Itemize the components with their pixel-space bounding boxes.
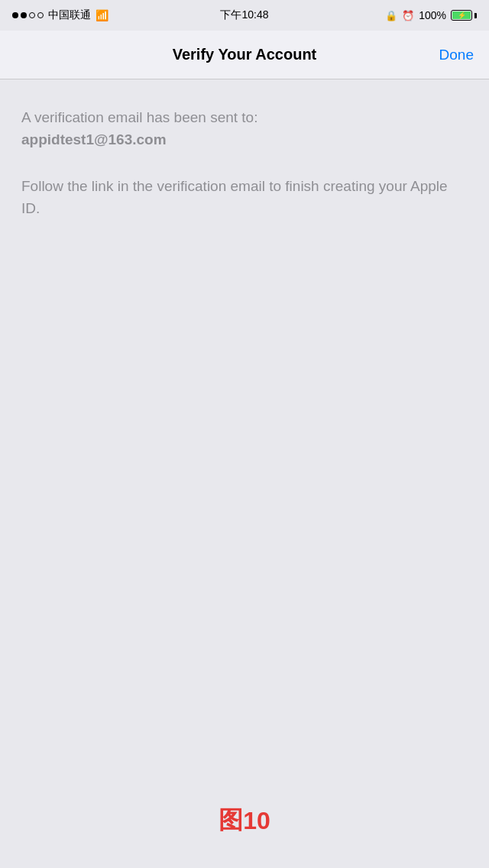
nav-title: Verify Your Account [173, 46, 317, 63]
carrier-label: 中国联通 [48, 8, 91, 22]
signal-dots [12, 12, 44, 18]
verification-email-address: appidtest1@163.com [21, 129, 468, 151]
wifi-icon: 📶 [96, 9, 108, 21]
battery-percent-label: 100% [419, 9, 446, 21]
alarm-icon: ⏰ [402, 10, 414, 21]
verification-instruction-text: Follow the link in the verification emai… [21, 175, 468, 220]
signal-dot-4 [37, 12, 44, 18]
watermark: 图 10 [219, 804, 270, 837]
watermark-number: 10 [243, 807, 270, 835]
verification-sent-text: A verification email has been sent to: [21, 107, 468, 129]
signal-dot-2 [21, 12, 27, 18]
status-bar: 中国联通 📶 下午10:48 🔒 ⏰ 100% ⚡ [0, 0, 489, 31]
nav-bar: Verify Your Account Done [0, 31, 489, 79]
battery-body: ⚡ [451, 10, 472, 21]
done-button[interactable]: Done [439, 47, 474, 63]
verification-sent-block: A verification email has been sent to: a… [21, 107, 468, 151]
battery-bolt-icon: ⚡ [458, 11, 466, 19]
signal-dot-3 [29, 12, 35, 18]
status-bar-left: 中国联通 📶 [12, 8, 108, 22]
signal-dot-1 [12, 12, 18, 18]
lock-icon: 🔒 [385, 10, 397, 21]
status-bar-right: 🔒 ⏰ 100% ⚡ [385, 9, 477, 21]
battery-tip [474, 13, 477, 18]
battery-container: ⚡ [451, 10, 477, 21]
content-area: A verification email has been sent to: a… [0, 79, 489, 220]
status-bar-time: 下午10:48 [220, 8, 268, 22]
watermark-text: 图 [219, 804, 243, 837]
